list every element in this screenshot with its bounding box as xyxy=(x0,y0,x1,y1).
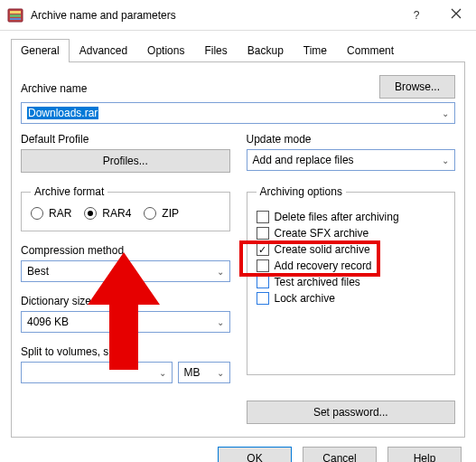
chevron-down-icon: ⌄ xyxy=(442,108,449,118)
svg-rect-2 xyxy=(10,14,21,17)
compression-value: Best xyxy=(27,265,49,278)
update-mode-value: Add and replace files xyxy=(253,154,354,166)
dictionary-label: Dictionary size xyxy=(21,295,230,307)
check-delete-after[interactable]: Delete files after archiving xyxy=(257,211,446,223)
radio-zip[interactable]: ZIP xyxy=(144,207,179,220)
tab-time[interactable]: Time xyxy=(294,39,337,62)
split-unit-value: MB xyxy=(184,366,201,379)
tab-comment[interactable]: Comment xyxy=(337,39,404,62)
tab-backup[interactable]: Backup xyxy=(238,39,294,62)
dialog-footer: OK Cancel Help xyxy=(0,438,476,462)
help-icon: ? xyxy=(414,9,420,22)
help-title-button[interactable]: ? xyxy=(397,0,436,31)
check-add-recovery[interactable]: Add recovery record xyxy=(257,259,446,272)
archive-name-label: Archive name xyxy=(21,82,370,95)
browse-button[interactable]: Browse... xyxy=(379,75,455,99)
help-button[interactable]: Help xyxy=(387,447,462,462)
dictionary-value: 4096 KB xyxy=(27,316,69,328)
tab-options[interactable]: Options xyxy=(137,39,194,62)
profiles-button[interactable]: Profiles... xyxy=(21,149,230,173)
chevron-down-icon: ⌄ xyxy=(442,156,449,165)
tab-advanced[interactable]: Advanced xyxy=(70,39,137,62)
chevron-down-icon: ⌄ xyxy=(217,317,224,327)
dictionary-select[interactable]: 4096 KB ⌄ xyxy=(21,311,230,333)
radio-rar[interactable]: RAR xyxy=(31,207,71,220)
cancel-button[interactable]: Cancel xyxy=(303,447,377,462)
split-size-input[interactable]: ⌄ xyxy=(21,362,173,383)
titlebar: Archive name and parameters ? xyxy=(0,0,476,31)
archive-format-group: Archive format RAR RAR4 ZIP xyxy=(21,185,230,231)
split-label: Split to volumes, size xyxy=(21,345,230,358)
svg-rect-1 xyxy=(10,11,21,14)
split-unit-select[interactable]: MB ⌄ xyxy=(178,362,230,383)
check-test-files[interactable]: Test archived files xyxy=(257,276,446,288)
svg-rect-3 xyxy=(10,18,21,20)
tab-general[interactable]: General xyxy=(11,39,70,62)
archiving-options-legend: Archiving options xyxy=(257,185,346,198)
ok-button[interactable]: OK xyxy=(218,447,292,462)
tab-files[interactable]: Files xyxy=(194,39,237,62)
tab-panel-general: Archive name Browse... Downloads.rar ⌄ D… xyxy=(11,61,465,438)
archive-name-input[interactable]: Downloads.rar ⌄ xyxy=(21,102,455,124)
update-mode-label: Update mode xyxy=(247,133,456,146)
check-create-sfx[interactable]: Create SFX archive xyxy=(257,227,446,240)
app-icon xyxy=(7,7,23,24)
archive-format-legend: Archive format xyxy=(31,185,107,198)
default-profile-label: Default Profile xyxy=(21,133,230,146)
archiving-options-group: Archiving options Delete files after arc… xyxy=(247,185,456,375)
set-password-button[interactable]: Set password... xyxy=(247,401,456,424)
update-mode-select[interactable]: Add and replace files ⌄ xyxy=(247,149,456,171)
check-create-solid[interactable]: Create solid archive xyxy=(257,243,446,256)
check-lock-archive[interactable]: Lock archive xyxy=(257,292,446,305)
archive-name-value: Downloads.rar xyxy=(27,107,98,119)
compression-select[interactable]: Best ⌄ xyxy=(21,260,230,282)
chevron-down-icon: ⌄ xyxy=(159,368,166,378)
close-icon xyxy=(451,8,462,22)
chevron-down-icon: ⌄ xyxy=(217,267,224,277)
close-title-button[interactable] xyxy=(436,0,476,31)
chevron-down-icon: ⌄ xyxy=(217,368,224,378)
window-title: Archive name and parameters xyxy=(31,9,397,22)
compression-label: Compression method xyxy=(21,244,230,257)
tab-strip: General Advanced Options Files Backup Ti… xyxy=(11,38,465,61)
radio-rar4[interactable]: RAR4 xyxy=(84,207,131,220)
